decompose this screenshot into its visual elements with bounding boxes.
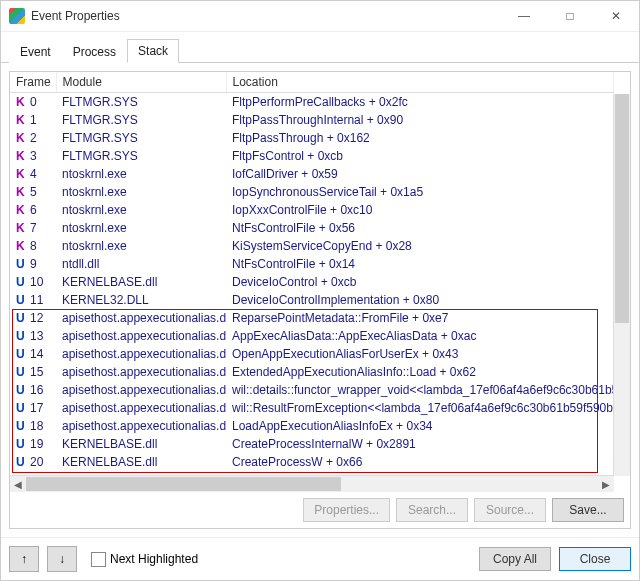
module-cell: KERNELBASE.dll — [56, 453, 226, 471]
location-cell: IofCallDriver + 0x59 — [226, 165, 614, 183]
table-row[interactable]: K4ntoskrnl.exeIofCallDriver + 0x59 — [10, 165, 614, 183]
copy-all-button[interactable]: Copy All — [479, 547, 551, 571]
panel-button-row: Properties... Search... Source... Save..… — [10, 492, 630, 528]
frame-cell: U20 — [10, 453, 56, 471]
minimize-button[interactable]: — — [501, 1, 547, 31]
stack-grid-scroll: Frame Module Location K0FLTMGR.SYSFltpPe… — [10, 72, 614, 476]
h-scroll-left-arrow[interactable]: ◀ — [10, 476, 26, 492]
table-row[interactable]: K0FLTMGR.SYSFltpPerformPreCallbacks + 0x… — [10, 93, 614, 112]
user-tag-icon: U — [16, 256, 26, 272]
module-cell: apisethost.appexecutionalias.dll — [56, 327, 226, 345]
table-row[interactable]: U13apisethost.appexecutionalias.dllAppEx… — [10, 327, 614, 345]
location-cell: FltpPassThroughInternal + 0x90 — [226, 111, 614, 129]
module-cell: ntoskrnl.exe — [56, 183, 226, 201]
module-cell: FLTMGR.SYS — [56, 111, 226, 129]
next-event-button[interactable]: ↓ — [47, 546, 77, 572]
frame-cell: K7 — [10, 219, 56, 237]
kernel-tag-icon: K — [16, 130, 26, 146]
search-button[interactable]: Search... — [396, 498, 468, 522]
h-scroll-thumb[interactable] — [26, 477, 341, 491]
frame-number: 5 — [30, 184, 37, 200]
frame-cell: K2 — [10, 129, 56, 147]
table-row[interactable]: U10KERNELBASE.dllDeviceIoControl + 0xcb — [10, 273, 614, 291]
location-cell: FltpPerformPreCallbacks + 0x2fc — [226, 93, 614, 112]
stack-table: Frame Module Location K0FLTMGR.SYSFltpPe… — [10, 72, 614, 476]
frame-number: 1 — [30, 112, 37, 128]
close-window-button[interactable]: ✕ — [593, 1, 639, 31]
table-row[interactable]: K1FLTMGR.SYSFltpPassThroughInternal + 0x… — [10, 111, 614, 129]
vertical-scrollbar[interactable] — [613, 94, 630, 476]
module-cell: ntoskrnl.exe — [56, 201, 226, 219]
user-tag-icon: U — [16, 310, 26, 326]
table-row[interactable]: U12apisethost.appexecutionalias.dllRepar… — [10, 309, 614, 327]
frame-cell: U16 — [10, 381, 56, 399]
h-scroll-track[interactable] — [26, 476, 598, 492]
location-cell: wil::details::functor_wrapper_void<<lamb… — [226, 381, 614, 399]
table-row[interactable]: K7ntoskrnl.exeNtFsControlFile + 0x56 — [10, 219, 614, 237]
table-row[interactable]: K8ntoskrnl.exeKiSystemServiceCopyEnd + 0… — [10, 237, 614, 255]
location-cell: ReparsePointMetadata::FromFile + 0xe7 — [226, 309, 614, 327]
close-button[interactable]: Close — [559, 547, 631, 571]
table-row[interactable]: U18apisethost.appexecutionalias.dllLoadA… — [10, 417, 614, 435]
table-row[interactable]: K2FLTMGR.SYSFltpPassThrough + 0x162 — [10, 129, 614, 147]
frame-number: 12 — [30, 310, 43, 326]
frame-cell: U9 — [10, 255, 56, 273]
module-cell: apisethost.appexecutionalias.dll — [56, 363, 226, 381]
col-location[interactable]: Location — [226, 72, 614, 93]
module-cell: FLTMGR.SYS — [56, 93, 226, 112]
table-row[interactable]: U9ntdll.dllNtFsControlFile + 0x14 — [10, 255, 614, 273]
frame-number: 17 — [30, 400, 43, 416]
table-row[interactable]: K5ntoskrnl.exeIopSynchronousServiceTail … — [10, 183, 614, 201]
source-button[interactable]: Source... — [474, 498, 546, 522]
frame-number: 7 — [30, 220, 37, 236]
location-cell: FltpFsControl + 0xcb — [226, 147, 614, 165]
frame-cell: U18 — [10, 417, 56, 435]
prev-event-button[interactable]: ↑ — [9, 546, 39, 572]
module-cell: ntoskrnl.exe — [56, 237, 226, 255]
frame-number: 9 — [30, 256, 37, 272]
frame-cell: U14 — [10, 345, 56, 363]
table-row[interactable]: U20KERNELBASE.dllCreateProcessW + 0x66 — [10, 453, 614, 471]
user-tag-icon: U — [16, 418, 26, 434]
user-tag-icon: U — [16, 400, 26, 416]
horizontal-scrollbar[interactable]: ◀ ▶ — [10, 475, 614, 492]
tab-stack[interactable]: Stack — [127, 39, 179, 63]
frame-cell: K1 — [10, 111, 56, 129]
v-scroll-thumb[interactable] — [615, 94, 629, 323]
properties-button[interactable]: Properties... — [303, 498, 390, 522]
table-row[interactable]: U17apisethost.appexecutionalias.dllwil::… — [10, 399, 614, 417]
location-cell: ExtendedAppExecutionAliasInfo::Load + 0x… — [226, 363, 614, 381]
location-cell: NtFsControlFile + 0x56 — [226, 219, 614, 237]
module-cell: apisethost.appexecutionalias.dll — [56, 399, 226, 417]
module-cell: ntdll.dll — [56, 255, 226, 273]
user-tag-icon: U — [16, 436, 26, 452]
stack-panel: Frame Module Location K0FLTMGR.SYSFltpPe… — [9, 71, 631, 529]
user-tag-icon: U — [16, 364, 26, 380]
maximize-button[interactable]: □ — [547, 1, 593, 31]
table-row[interactable]: U11KERNEL32.DLLDeviceIoControlImplementa… — [10, 291, 614, 309]
table-row[interactable]: K6ntoskrnl.exeIopXxxControlFile + 0xc10 — [10, 201, 614, 219]
module-cell: apisethost.appexecutionalias.dll — [56, 345, 226, 363]
table-row[interactable]: U19KERNELBASE.dllCreateProcessInternalW … — [10, 435, 614, 453]
frame-cell: U17 — [10, 399, 56, 417]
table-row[interactable]: U14apisethost.appexecutionalias.dllOpenA… — [10, 345, 614, 363]
location-cell: CreateProcessW + 0x66 — [226, 453, 614, 471]
tab-event[interactable]: Event — [9, 40, 62, 63]
kernel-tag-icon: K — [16, 220, 26, 236]
location-cell: DeviceIoControl + 0xcb — [226, 273, 614, 291]
kernel-tag-icon: K — [16, 112, 26, 128]
tab-process[interactable]: Process — [62, 40, 127, 63]
table-row[interactable]: U15apisethost.appexecutionalias.dllExten… — [10, 363, 614, 381]
kernel-tag-icon: K — [16, 94, 26, 110]
col-frame[interactable]: Frame — [10, 72, 56, 93]
bottom-bar: ↑ ↓ Next Highlighted Copy All Close — [1, 537, 639, 580]
window-title: Event Properties — [31, 9, 501, 23]
table-row[interactable]: K3FLTMGR.SYSFltpFsControl + 0xcb — [10, 147, 614, 165]
location-cell: LoadAppExecutionAliasInfoEx + 0x34 — [226, 417, 614, 435]
h-scroll-right-arrow[interactable]: ▶ — [598, 476, 614, 492]
col-module[interactable]: Module — [56, 72, 226, 93]
table-row[interactable]: U16apisethost.appexecutionalias.dllwil::… — [10, 381, 614, 399]
checkbox-box-icon — [91, 552, 106, 567]
next-highlighted-checkbox[interactable]: Next Highlighted — [91, 552, 198, 567]
save-button[interactable]: Save... — [552, 498, 624, 522]
